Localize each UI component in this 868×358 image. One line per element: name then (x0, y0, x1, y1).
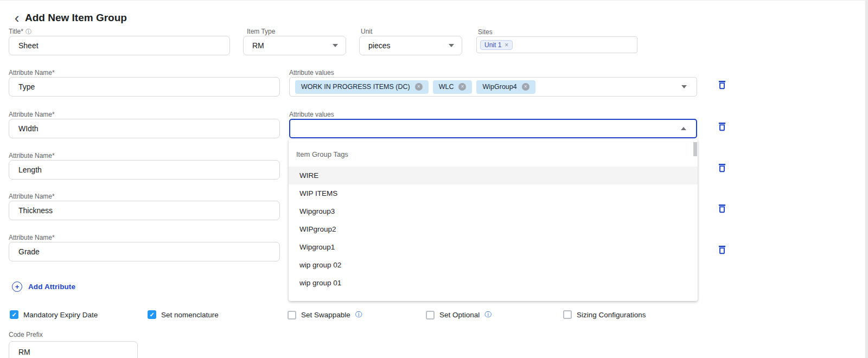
value-chip-label: WipGroup4 (482, 83, 516, 91)
trash-icon (717, 203, 727, 214)
delete-attribute-button[interactable] (716, 121, 728, 133)
title-label: Title*ⓘ (9, 28, 31, 36)
dropdown-group-label: Item Group Tags (296, 150, 348, 158)
dropdown-option[interactable]: WIP ITEMS (289, 184, 698, 202)
dropdown-scrollbar-thumb[interactable] (693, 142, 697, 156)
value-chip-label: WLC (439, 83, 454, 91)
delete-attribute-button[interactable] (716, 162, 728, 174)
trash-icon (717, 79, 727, 90)
delete-attribute-button[interactable] (716, 203, 728, 215)
checkbox-unchecked[interactable] (288, 311, 296, 319)
dropdown-option[interactable]: Wipgroup3 (289, 202, 698, 220)
site-chip-label: Unit 1 (484, 41, 501, 49)
close-icon[interactable]: × (505, 41, 508, 49)
item-type-label: Item Type (247, 28, 275, 35)
dropdown-option[interactable]: WIPgroup2 (289, 220, 698, 238)
chevron-left-icon: ‹ (15, 10, 20, 26)
code-prefix-label: Code Prefix (9, 331, 43, 338)
value-chip-label: WORK IN PROGRESS ITEMS (DC) (301, 83, 410, 91)
checkbox-checked[interactable]: ✓ (148, 310, 156, 319)
checkbox-label: Mandatory Expiry Date (23, 311, 98, 319)
tags-dropdown-panel: Item Group Tags WIRE WIP ITEMS Wipgroup3… (289, 139, 698, 301)
delete-attribute-button[interactable] (716, 244, 728, 256)
item-type-value: RM (252, 41, 264, 50)
remove-chip-icon[interactable]: × (458, 83, 466, 91)
plus-circle-icon: + (12, 282, 22, 292)
back-button[interactable]: ‹ (10, 10, 24, 26)
remove-chip-icon[interactable]: × (522, 83, 529, 91)
attribute-values-select-focused[interactable] (289, 119, 697, 138)
trash-icon (717, 121, 727, 132)
attribute-name-label: Attribute Name* (9, 111, 55, 118)
page-title: Add New Item Group (25, 12, 127, 24)
check-icon: ✓ (149, 310, 154, 319)
add-item-group-page: ‹ Add New Item Group Title*ⓘ Item Type R… (0, 0, 868, 358)
attribute-values-label: Attribute values (289, 111, 334, 118)
attribute-name-label: Attribute Name* (9, 193, 55, 200)
code-prefix-input[interactable] (9, 341, 138, 358)
top-divider (0, 0, 868, 1)
value-chip: WLC × (433, 80, 473, 94)
checkbox-unchecked[interactable] (563, 310, 572, 319)
checkbox-unchecked[interactable] (426, 311, 435, 319)
attribute-name-input[interactable] (9, 77, 280, 97)
attribute-name-input[interactable] (9, 201, 280, 220)
attribute-name-label: Attribute Name* (9, 69, 55, 76)
dropdown-option[interactable]: WIRE (289, 167, 698, 184)
item-type-select[interactable]: RM (243, 36, 346, 55)
info-icon[interactable]: ⓘ (484, 310, 492, 319)
title-input[interactable] (9, 36, 230, 55)
trash-icon (717, 244, 727, 255)
check-icon: ✓ (11, 310, 16, 319)
title-info-icon[interactable]: ⓘ (25, 28, 31, 35)
dropdown-option[interactable]: Wipgroup1 (289, 238, 698, 256)
site-chip: Unit 1 × (480, 40, 513, 50)
unit-select[interactable]: pieces (359, 36, 462, 55)
attribute-values-select[interactable]: WORK IN PROGRESS ITEMS (DC) × WLC × WipG… (289, 77, 697, 97)
sites-input[interactable]: Unit 1 × (476, 36, 637, 53)
caret-down-icon[interactable] (449, 44, 454, 47)
page-scrollbar[interactable] (865, 0, 868, 358)
caret-down-icon[interactable] (681, 85, 687, 88)
attribute-name-input[interactable] (9, 160, 280, 180)
attribute-name-label: Attribute Name* (9, 152, 55, 159)
unit-label: Unit (361, 28, 372, 35)
sites-label: Sites (478, 28, 493, 36)
info-icon[interactable]: ⓘ (355, 310, 362, 319)
value-chip: WORK IN PROGRESS ITEMS (DC) × (295, 80, 429, 94)
attribute-name-label: Attribute Name* (9, 234, 55, 241)
value-chip: WipGroup4 × (476, 80, 535, 94)
attribute-name-input[interactable] (9, 242, 280, 261)
checkbox-label: Set Optional (439, 311, 480, 319)
checkbox-mandatory-expiry-date: ✓ Mandatory Expiry Date (10, 310, 98, 319)
trash-icon (717, 162, 727, 173)
attribute-name-input[interactable] (9, 119, 280, 138)
unit-value: pieces (368, 41, 390, 50)
checkbox-checked[interactable]: ✓ (10, 310, 18, 319)
checkbox-set-optional: Set Optional ⓘ (426, 310, 492, 319)
checkbox-sizing-configurations: Sizing Configurations (563, 310, 646, 319)
dropdown-options: WIRE WIP ITEMS Wipgroup3 WIPgroup2 Wipgr… (289, 167, 698, 292)
attribute-values-label: Attribute values (289, 69, 334, 76)
caret-up-icon[interactable] (681, 127, 686, 130)
dropdown-option[interactable]: wip group 02 (289, 256, 698, 274)
checkbox-set-nomenclature: ✓ Set nomenclature (148, 310, 219, 319)
checkbox-label: Sizing Configurations (577, 311, 646, 319)
dropdown-option[interactable]: wip group 01 (289, 274, 698, 292)
add-attribute-button[interactable]: + Add Attribute (12, 282, 75, 292)
remove-chip-icon[interactable]: × (415, 83, 423, 91)
delete-attribute-button[interactable] (716, 79, 728, 91)
caret-down-icon[interactable] (333, 44, 338, 47)
checkbox-set-swappable: Set Swappable ⓘ (288, 310, 362, 319)
add-attribute-label: Add Attribute (28, 283, 75, 291)
checkbox-label: Set Swappable (301, 311, 350, 319)
checkbox-label: Set nomenclature (161, 311, 219, 319)
